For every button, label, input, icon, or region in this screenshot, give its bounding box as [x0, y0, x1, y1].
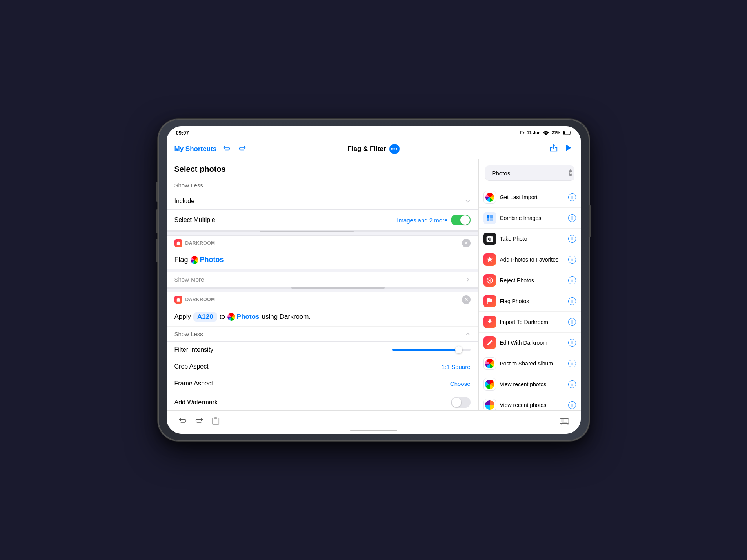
- left-panel: Select photos Show Less Include Select M…: [167, 159, 479, 410]
- svg-point-12: [489, 238, 491, 240]
- search-container: ✕: [479, 159, 581, 187]
- crop-aspect-row[interactable]: Crop Aspect 1:1 Square: [167, 358, 478, 375]
- photos-rainbow-icon-2: [227, 313, 235, 321]
- more-options-button[interactable]: •••: [389, 144, 400, 154]
- nav-right: [473, 144, 573, 154]
- volume-down-button: [156, 239, 158, 262]
- redo-nav-button[interactable]: [237, 144, 248, 155]
- show-more-row[interactable]: Show More: [167, 272, 478, 287]
- list-item-take-photo[interactable]: Take Photo i: [479, 229, 581, 249]
- flag-photos-icon: [483, 295, 496, 307]
- share-button[interactable]: [549, 144, 558, 154]
- take-photo-name: Take Photo: [500, 236, 527, 242]
- status-time: 09:07: [176, 130, 189, 136]
- list-item-import-darkroom[interactable]: Import To Darkroom i: [479, 312, 581, 333]
- flag-text-1: Flag: [174, 256, 188, 264]
- filter-slider-thumb: [455, 346, 462, 353]
- show-less-chevron-icon: [465, 331, 471, 337]
- take-photo-icon: [483, 233, 496, 245]
- include-chevron-icon: [465, 198, 471, 204]
- list-item-add-favorites[interactable]: Add Photos to Favorites i: [479, 249, 581, 270]
- scroll-thumb-2: [291, 287, 385, 289]
- run-button[interactable]: [564, 144, 573, 154]
- nav-bar: My Shortcuts Fla: [167, 139, 581, 159]
- view-recent-1-name: View recent photos: [500, 381, 547, 387]
- flag-photos-info-button[interactable]: i: [568, 297, 576, 305]
- scroll-indicator-2: [167, 287, 478, 289]
- view-recent-1-info-button[interactable]: i: [568, 380, 576, 388]
- combine-images-name: Combine Images: [500, 215, 542, 221]
- add-favorites-name: Add Photos to Favorites: [500, 256, 558, 263]
- apply-text-2: to: [220, 313, 225, 321]
- search-clear-button[interactable]: ✕: [569, 169, 572, 176]
- get-last-import-icon: [483, 191, 496, 204]
- apply-preset-tag[interactable]: A120: [193, 312, 217, 322]
- combine-images-info-button[interactable]: i: [568, 214, 576, 222]
- flag-close-button[interactable]: ✕: [462, 239, 471, 247]
- battery-icon: [563, 131, 571, 135]
- flag-photos-name: Flag Photos: [500, 298, 529, 304]
- view-recent-2-name: View recent photos: [500, 402, 547, 408]
- list-item-post-shared[interactable]: Post to Shared Album i: [479, 353, 581, 374]
- nav-title: Flag & Filter: [347, 145, 386, 153]
- apply-text-3: using Darkroom.: [262, 313, 311, 321]
- toolbar-left: [178, 417, 220, 427]
- date-display: Fri 11 Jun: [520, 130, 541, 135]
- svg-marker-3: [566, 145, 571, 151]
- apply-app-label: DARKROOM: [174, 296, 215, 304]
- take-photo-info-button[interactable]: i: [568, 235, 576, 243]
- list-item-flag-photos[interactable]: Flag Photos i: [479, 291, 581, 312]
- crop-aspect-label: Crop Aspect: [174, 363, 209, 370]
- list-item-edit-darkroom[interactable]: Edit With Darkroom i: [479, 333, 581, 353]
- apply-close-button[interactable]: ✕: [462, 295, 471, 304]
- keyboard-button[interactable]: [560, 418, 569, 427]
- nav-center: Flag & Filter •••: [274, 144, 473, 154]
- frame-aspect-row[interactable]: Frame Aspect Choose: [167, 375, 478, 392]
- list-item-view-recent-1[interactable]: View recent photos i: [479, 374, 581, 395]
- undo-button[interactable]: [178, 417, 187, 427]
- filter-intensity-slider[interactable]: [392, 349, 471, 351]
- import-darkroom-info-button[interactable]: i: [568, 318, 576, 326]
- post-shared-name: Post to Shared Album: [500, 360, 553, 367]
- show-more-label: Show More: [174, 276, 204, 283]
- show-more-chevron-icon: [465, 277, 471, 282]
- post-shared-info-button[interactable]: i: [568, 360, 576, 367]
- undo-nav-button[interactable]: [221, 144, 232, 155]
- show-less-button-2[interactable]: Show Less: [167, 326, 478, 342]
- edit-darkroom-info-button[interactable]: i: [568, 339, 576, 347]
- edit-darkroom-icon: [483, 336, 496, 349]
- nav-left: My Shortcuts: [174, 144, 274, 155]
- include-row[interactable]: Include: [167, 193, 478, 210]
- include-label: Include: [174, 198, 195, 205]
- flag-action-header: DARKROOM ✕: [167, 236, 478, 251]
- get-last-import-info-button[interactable]: i: [568, 193, 576, 201]
- post-shared-icon: [483, 357, 496, 370]
- add-watermark-label: Add Watermark: [174, 399, 218, 406]
- wifi-icon: [543, 130, 549, 135]
- redo-button[interactable]: [195, 417, 204, 427]
- reject-photos-info-button[interactable]: i: [568, 276, 576, 284]
- paste-button[interactable]: [211, 417, 220, 427]
- svg-rect-10: [487, 218, 489, 221]
- flag-app-label: DARKROOM: [174, 239, 215, 247]
- flag-action-block: DARKROOM ✕ Flag Photos: [167, 235, 478, 269]
- home-indicator: [350, 430, 397, 431]
- add-favorites-icon: [483, 253, 496, 266]
- select-multiple-label: Select Multiple: [174, 216, 215, 224]
- select-multiple-toggle[interactable]: [451, 215, 471, 225]
- list-item-combine-images[interactable]: Combine Images i: [479, 208, 581, 229]
- photos-rainbow-icon-1: [191, 256, 198, 264]
- list-item-reject-photos[interactable]: Reject Photos i: [479, 270, 581, 291]
- list-item-view-recent-2[interactable]: View recent photos i: [479, 395, 581, 410]
- add-watermark-toggle[interactable]: [451, 397, 471, 408]
- back-button[interactable]: My Shortcuts: [174, 145, 217, 153]
- show-less-button-1[interactable]: Show Less: [167, 178, 478, 193]
- search-input[interactable]: [492, 170, 567, 176]
- reject-photos-icon: [483, 274, 496, 287]
- import-darkroom-name: Import To Darkroom: [500, 319, 548, 325]
- power-button: [589, 205, 591, 237]
- right-panel: ✕ Get Last Import: [479, 159, 581, 410]
- list-item-get-last-import[interactable]: Get Last Import i: [479, 187, 581, 208]
- view-recent-2-info-button[interactable]: i: [568, 401, 576, 409]
- add-favorites-info-button[interactable]: i: [568, 256, 576, 264]
